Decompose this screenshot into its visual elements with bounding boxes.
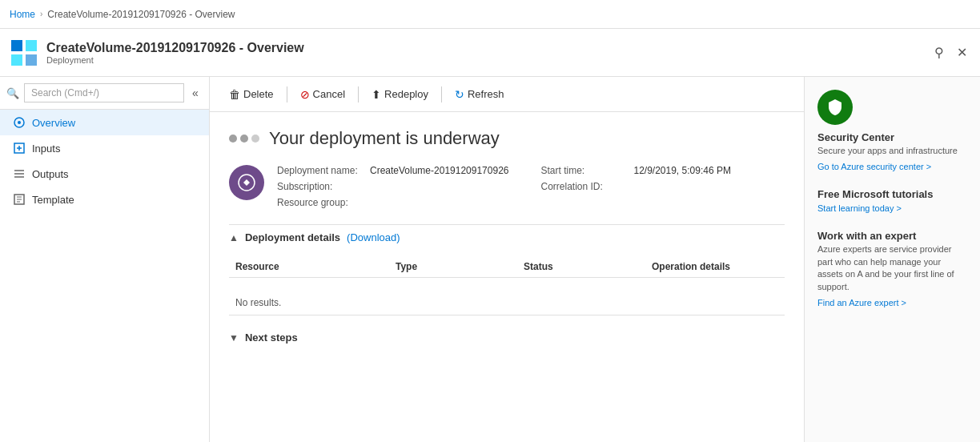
dot-2 <box>240 135 248 143</box>
security-center-section: Security Center Secure your apps and inf… <box>817 90 967 172</box>
toolbar-divider-2 <box>358 86 359 102</box>
main-area: 🗑 Delete ⊘ Cancel ⬆ Redeploy ↻ Refresh <box>210 77 804 442</box>
page-subtitle: Deployment <box>46 55 304 65</box>
info-sub-row: Subscription: <box>277 181 508 192</box>
start-label: Start time: <box>540 165 629 176</box>
sidebar-item-inputs[interactable]: Inputs <box>0 135 209 161</box>
tutorials-section: Free Microsoft tutorials Start learning … <box>817 188 967 214</box>
collapse-button[interactable]: « <box>189 85 202 101</box>
security-desc: Secure your apps and infrastructure <box>817 145 967 157</box>
start-value: 12/9/2019, 5:09:46 PM <box>633 165 730 176</box>
delete-label: Delete <box>243 88 274 100</box>
col-resource: Resource <box>229 256 389 278</box>
right-panel: Security Center Secure your apps and inf… <box>804 77 980 442</box>
col-status: Status <box>517 256 645 278</box>
info-rg-row: Resource group: <box>277 197 508 208</box>
title-text: CreateVolume-20191209170926 - Overview D… <box>46 41 304 65</box>
content-wrap: 🗑 Delete ⊘ Cancel ⬆ Redeploy ↻ Refresh <box>210 77 980 442</box>
title-bar-left: CreateVolume-20191209170926 - Overview D… <box>10 38 304 67</box>
toolbar-divider-1 <box>287 86 287 102</box>
search-icon: 🔍 <box>6 87 19 99</box>
status-dots <box>229 135 259 143</box>
redeploy-button[interactable]: ⬆ Redeploy <box>365 85 435 104</box>
col-operations: Operation details <box>645 256 785 278</box>
details-title: Deployment details <box>245 231 340 243</box>
no-results-message: No results. <box>229 291 785 315</box>
breadcrumb-home[interactable]: Home <box>10 9 35 20</box>
sidebar-item-overview-label: Overview <box>32 117 75 129</box>
table-header: Resource Type Status Operation details <box>229 256 785 278</box>
cancel-label: Cancel <box>313 88 345 100</box>
svg-rect-2 <box>11 54 22 66</box>
refresh-icon: ↻ <box>455 88 464 101</box>
template-icon <box>13 193 26 206</box>
next-steps-title: Next steps <box>245 332 298 344</box>
breadcrumb-chevron: › <box>40 10 42 18</box>
sub-label: Subscription: <box>277 181 365 192</box>
pin-button[interactable]: ⚲ <box>931 42 947 63</box>
expert-section: Work with an expert Azure experts are se… <box>817 230 967 308</box>
breadcrumb: Home › CreateVolume-20191209170926 - Ove… <box>0 0 980 29</box>
sidebar: 🔍 « Overview Inputs Outputs <box>0 77 210 442</box>
deployment-details-section: ▲ Deployment details (Download) Resource… <box>229 224 785 315</box>
name-label: Deployment name: <box>277 165 365 176</box>
sidebar-item-outputs[interactable]: Outputs <box>0 161 209 187</box>
outputs-icon <box>13 167 26 180</box>
redeploy-label: Redeploy <box>384 88 428 100</box>
svg-point-5 <box>18 121 21 124</box>
toolbar-divider-3 <box>441 86 442 102</box>
info-start-row: Start time: 12/9/2019, 5:09:46 PM <box>540 165 730 176</box>
expert-title: Work with an expert <box>817 230 967 242</box>
security-title: Security Center <box>817 131 967 143</box>
deploy-header: Your deployment is underway <box>229 128 785 149</box>
next-steps-section[interactable]: ▼ Next steps <box>229 325 785 350</box>
sidebar-item-template[interactable]: Template <box>0 187 209 212</box>
tutorials-link[interactable]: Start learning today > <box>817 203 902 213</box>
download-link[interactable]: (Download) <box>347 231 400 243</box>
cancel-button[interactable]: ⊘ Cancel <box>294 85 351 104</box>
search-input[interactable] <box>24 83 184 102</box>
delete-icon: 🗑 <box>229 88 240 101</box>
sidebar-item-overview[interactable]: Overview <box>0 110 209 135</box>
page-title: CreateVolume-20191209170926 - Overview <box>46 41 304 55</box>
details-toggle[interactable]: ▲ <box>229 232 239 243</box>
dot-1 <box>229 135 237 143</box>
rg-label: Resource group: <box>277 197 365 208</box>
main-layout: 🔍 « Overview Inputs Outputs <box>0 77 980 442</box>
info-grid: Deployment name: CreateVolume-2019120917… <box>277 165 731 208</box>
toolbar: 🗑 Delete ⊘ Cancel ⬆ Redeploy ↻ Refresh <box>210 77 804 112</box>
svg-rect-0 <box>11 40 22 51</box>
search-box: 🔍 « <box>0 77 209 110</box>
sidebar-item-inputs-label: Inputs <box>32 143 60 155</box>
delete-button[interactable]: 🗑 Delete <box>223 85 280 104</box>
sidebar-item-outputs-label: Outputs <box>32 168 69 180</box>
breadcrumb-current: CreateVolume-20191209170926 - Overview <box>47 9 235 20</box>
next-steps-toggle[interactable]: ▼ <box>229 332 239 344</box>
overview-icon <box>13 116 26 129</box>
info-name-row: Deployment name: CreateVolume-2019120917… <box>277 165 508 176</box>
inputs-icon <box>13 142 26 155</box>
sidebar-item-template-label: Template <box>32 194 74 206</box>
svg-rect-3 <box>26 54 37 66</box>
corr-label: Correlation ID: <box>540 181 629 192</box>
name-value: CreateVolume-20191209170926 <box>370 165 508 176</box>
deploy-title: Your deployment is underway <box>269 128 500 149</box>
content: Your deployment is underway Deployment <box>210 112 804 442</box>
title-bar: CreateVolume-20191209170926 - Overview D… <box>0 29 980 77</box>
refresh-label: Refresh <box>468 88 504 100</box>
expert-desc: Azure experts are service provider part … <box>817 243 967 293</box>
app-icon <box>10 38 38 67</box>
info-col-left: Deployment name: CreateVolume-2019120917… <box>277 165 508 208</box>
close-button[interactable]: ✕ <box>954 42 970 63</box>
info-corr-row: Correlation ID: <box>540 181 730 192</box>
info-col-right: Start time: 12/9/2019, 5:09:46 PM Correl… <box>540 165 730 208</box>
security-link[interactable]: Go to Azure security center > <box>817 162 931 171</box>
col-type: Type <box>389 256 517 278</box>
tutorials-title: Free Microsoft tutorials <box>817 188 967 200</box>
security-icon <box>817 90 853 125</box>
cancel-icon: ⊘ <box>300 88 310 101</box>
refresh-button[interactable]: ↻ Refresh <box>448 85 511 104</box>
expert-link[interactable]: Find an Azure expert > <box>817 298 906 307</box>
dot-3 <box>251 135 259 143</box>
svg-rect-1 <box>26 40 37 51</box>
